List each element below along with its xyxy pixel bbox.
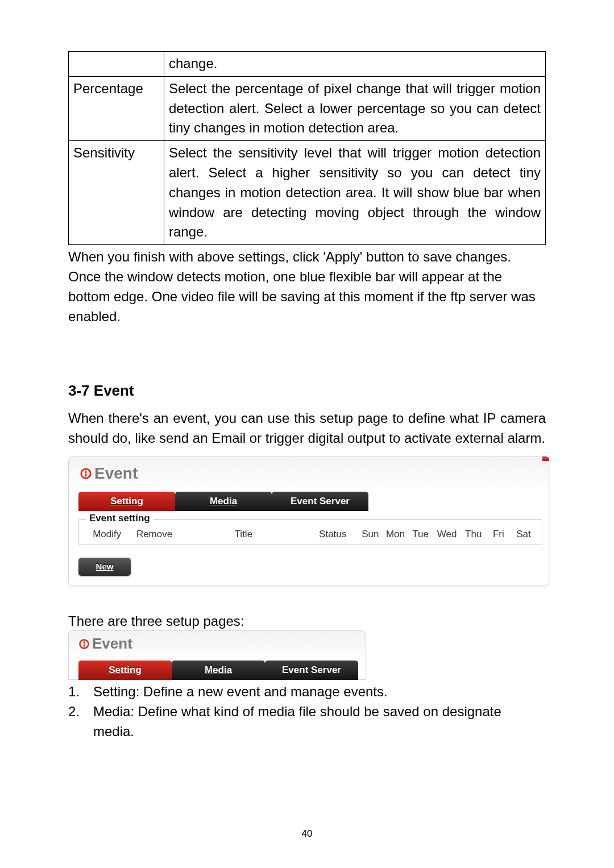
col-status: Status	[308, 529, 358, 540]
tab-setting[interactable]: Setting	[78, 492, 175, 511]
tab-media[interactable]: Media	[175, 492, 272, 511]
fieldset-legend: Event setting	[86, 513, 154, 524]
cell-desc-1: Select the percentage of pixel change th…	[164, 76, 546, 140]
event-panel-title: Event	[80, 464, 542, 484]
col-remove: Remove	[129, 529, 179, 540]
event-panel: Event Setting Media Event Server Event s…	[68, 456, 549, 586]
list-text: Media: Define what kind of media file sh…	[93, 702, 546, 742]
new-button[interactable]: New	[78, 558, 131, 576]
numbered-list: 1. Setting: Define a new event and manag…	[68, 682, 546, 741]
column-header-row: Modify Remove Title Status Sun Mon Tue W…	[85, 529, 536, 540]
three-pages-intro: There are three setup pages:	[68, 613, 546, 629]
list-number: 2.	[68, 702, 93, 742]
section-heading: 3-7 Event	[68, 382, 546, 400]
tab-bar-small: Setting Media Event Server	[78, 661, 360, 680]
tab-bar: Setting Media Event Server	[78, 492, 542, 511]
col-fri: Fri	[486, 529, 511, 540]
list-item: 2. Media: Define what kind of media file…	[68, 702, 546, 742]
cell-label-2: Sensitivity	[69, 141, 164, 245]
definition-table: change. Percentage Select the percentage…	[68, 51, 546, 245]
tab-media-small[interactable]: Media	[172, 661, 265, 680]
red-corner-strip	[542, 456, 549, 461]
event-small-title: Event	[78, 635, 360, 654]
section-intro: When there's an event, you can use this …	[68, 409, 546, 448]
col-thu: Thu	[461, 529, 486, 540]
list-item: 1. Setting: Define a new event and manag…	[68, 682, 546, 702]
col-modify: Modify	[85, 529, 129, 540]
col-sat: Sat	[511, 529, 536, 540]
list-text: Setting: Define a new event and manage e…	[93, 682, 546, 702]
page-number: 40	[0, 828, 614, 840]
event-icon	[78, 636, 90, 654]
col-title: Title	[180, 529, 308, 540]
event-small-panel: Event Setting Media Event Server	[68, 630, 366, 680]
tab-event-server[interactable]: Event Server	[272, 492, 368, 511]
tab-event-server-small[interactable]: Event Server	[265, 661, 358, 680]
cell-label-0	[69, 52, 164, 77]
cell-desc-0: change.	[164, 52, 546, 77]
cell-desc-2: Select the sensitivity level that will t…	[164, 141, 546, 245]
col-sun: Sun	[358, 529, 383, 540]
list-number: 1.	[68, 682, 93, 702]
tab-setting-small[interactable]: Setting	[78, 661, 172, 680]
cell-label-1: Percentage	[69, 76, 164, 140]
event-setting-fieldset: Event setting Modify Remove Title Status…	[78, 519, 542, 545]
col-wed: Wed	[433, 529, 461, 540]
col-tue: Tue	[408, 529, 433, 540]
col-mon: Mon	[383, 529, 408, 540]
paragraph-after-table: When you finish with above settings, cli…	[68, 247, 546, 326]
event-icon	[80, 466, 92, 484]
